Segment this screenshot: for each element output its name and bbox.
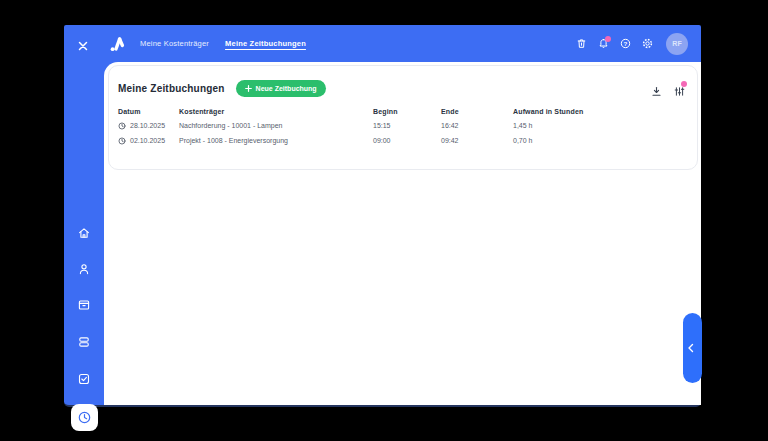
row-clock-icon <box>118 122 126 130</box>
cell-datum: 28.10.2025 <box>118 122 179 130</box>
gear-icon[interactable] <box>642 38 653 49</box>
table-row[interactable]: 02.10.2025 Projekt - 1008 - Energieverso… <box>118 133 689 148</box>
table-row[interactable]: 28.10.2025 Nachforderung - 10001 - Lampe… <box>118 118 689 133</box>
cell-kostentraeger: Nachforderung - 10001 - Lampen <box>179 122 373 129</box>
col-header-kostentraeger: Kostenträger <box>179 108 373 115</box>
chevron-left-icon <box>686 342 696 354</box>
stacked-cards-icon <box>77 335 91 349</box>
cell-beginn: 09:00 <box>373 137 441 144</box>
sidebar <box>64 62 104 405</box>
app-window: Meine Kostenträger Meine Zeitbuchungen <box>64 25 701 407</box>
cell-ende: 09:42 <box>441 137 513 144</box>
cell-beginn: 15:15 <box>373 122 441 129</box>
main-nav: Meine Kostenträger Meine Zeitbuchungen <box>140 25 306 62</box>
bell-icon[interactable] <box>598 38 609 49</box>
row-clock-icon <box>118 137 126 145</box>
tab-meine-kostentraeger[interactable]: Meine Kostenträger <box>140 39 209 48</box>
trash-icon[interactable] <box>576 38 587 49</box>
new-booking-label: Neue Zeitbuchung <box>256 85 317 92</box>
cell-aufwand: 1,45 h <box>513 122 689 129</box>
col-header-beginn: Beginn <box>373 108 441 115</box>
cell-aufwand: 0,70 h <box>513 137 689 144</box>
page-title: Meine Zeitbuchungen <box>118 83 225 94</box>
sidebar-item-cards[interactable] <box>77 335 91 349</box>
top-bar: Meine Kostenträger Meine Zeitbuchungen <box>64 25 701 62</box>
cell-kostentraeger: Projekt - 1008 - Energieversorgung <box>179 137 373 144</box>
sidebar-item-profile[interactable] <box>77 262 91 276</box>
top-bar-actions: ? RF <box>576 25 688 62</box>
close-icon[interactable] <box>77 38 89 50</box>
col-header-aufwand: Aufwand in Stunden <box>513 108 689 115</box>
col-header-ende: Ende <box>441 108 513 115</box>
help-icon[interactable]: ? <box>620 38 631 49</box>
cell-datum-text: 28.10.2025 <box>130 122 165 129</box>
task-check-icon <box>77 372 91 386</box>
filter-notification-dot <box>681 81 687 87</box>
sidebar-item-home[interactable] <box>77 226 91 240</box>
plus-icon <box>245 85 252 92</box>
time-bookings-card: Meine Zeitbuchungen Neue Zeitbuchung <box>108 65 698 170</box>
cell-datum: 02.10.2025 <box>118 137 179 145</box>
table-header-row: Datum Kostenträger Beginn Ende Aufwand i… <box>118 105 689 118</box>
new-booking-button[interactable]: Neue Zeitbuchung <box>236 80 326 97</box>
main-content: Meine Zeitbuchungen Neue Zeitbuchung <box>104 62 701 405</box>
awork-logo <box>108 34 128 54</box>
col-header-datum: Datum <box>118 108 179 115</box>
cell-datum-text: 02.10.2025 <box>130 137 165 144</box>
cell-ende: 16:42 <box>441 122 513 129</box>
clock-icon <box>77 410 92 425</box>
tab-meine-zeitbuchungen[interactable]: Meine Zeitbuchungen <box>225 39 306 48</box>
drawer-toggle[interactable] <box>683 313 702 383</box>
card-actions <box>651 83 689 94</box>
home-icon <box>77 226 91 240</box>
screen-background: Meine Kostenträger Meine Zeitbuchungen <box>0 0 768 441</box>
archive-box-icon <box>77 298 91 312</box>
card-header: Meine Zeitbuchungen Neue Zeitbuchung <box>118 79 689 97</box>
user-icon <box>77 262 91 276</box>
user-avatar[interactable]: RF <box>666 33 688 55</box>
sidebar-item-archive[interactable] <box>77 298 91 312</box>
sidebar-item-time-active[interactable] <box>71 404 98 431</box>
filter-sliders-icon[interactable] <box>674 83 685 94</box>
sidebar-item-tasks[interactable] <box>77 372 91 386</box>
bell-notification-dot <box>605 36 611 42</box>
download-icon[interactable] <box>651 83 662 94</box>
svg-text:?: ? <box>624 40 628 47</box>
